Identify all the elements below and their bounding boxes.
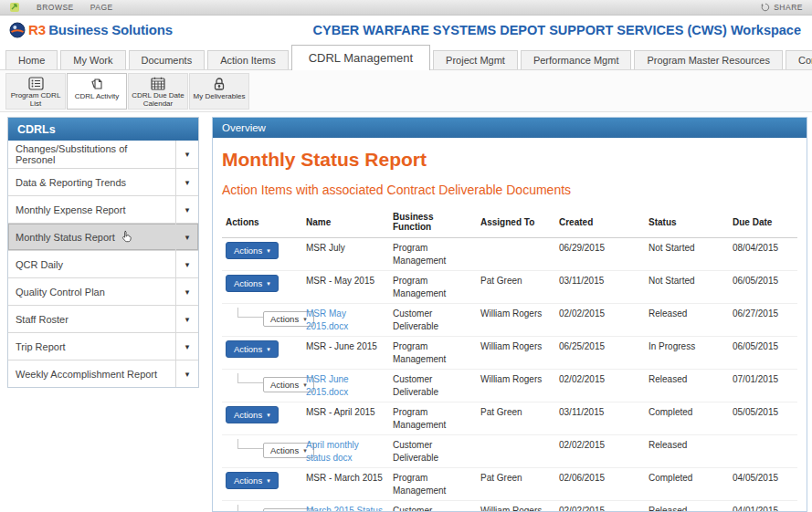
caret-down-icon: ▾ (267, 247, 270, 254)
program-cdrl-list-button[interactable]: Program CDRL List (5, 73, 66, 110)
actions-button-label: Actions (234, 278, 262, 288)
tab-action-items[interactable]: Action Items (207, 50, 289, 69)
sidebar-item-label: QCR Daily (16, 259, 63, 270)
tab-project-mgmt[interactable]: Project Mgmt (433, 50, 518, 69)
action-item-name: MSR - June 2015 (306, 341, 377, 351)
tab-performance-mgmt[interactable]: Performance Mgmt (521, 50, 632, 69)
main-nav: HomeMy WorkDocumentsAction ItemsCDRL Man… (0, 44, 812, 70)
cdrl-activity-button[interactable]: CDRL Activity (67, 73, 127, 110)
cell-due-date: 04/01/2015 (733, 506, 778, 511)
sidebar-item-weekly-accomplishment-report[interactable]: Weekly Accomplishment Report▾ (8, 360, 198, 387)
column-header-due-date[interactable]: Due Date (729, 208, 797, 238)
column-header-name[interactable]: Name (302, 208, 389, 238)
row-actions-button[interactable]: Actions▾ (226, 472, 279, 489)
tree-connector (237, 308, 263, 318)
logo[interactable]: R3 Business Solutions (9, 22, 173, 38)
row-actions-button[interactable]: Actions▾ (226, 275, 279, 292)
tab-configuration[interactable]: Configuration (786, 50, 812, 69)
row-actions-button[interactable]: Actions▾ (226, 340, 279, 358)
dropdown-arrow-icon[interactable]: ▾ (175, 306, 198, 332)
document-link[interactable]: March 2015 Status Report.docx (306, 506, 383, 511)
overview-panel: Overview Monthly Status Report Action It… (212, 117, 807, 512)
dropdown-arrow-icon[interactable]: ▾ (175, 251, 198, 277)
column-header-created[interactable]: Created (555, 208, 645, 238)
sidebar-item-changes-substitutions-of-personel[interactable]: Changes/Substitutions of Personel▾ (8, 141, 198, 168)
cell-created: 03/11/2015 (559, 407, 604, 417)
sidebar-item-monthly-status-report[interactable]: Monthly Status Report▾ (8, 223, 198, 250)
actions-button-label: Actions (234, 344, 262, 354)
cell-assigned-to: Pat Green (480, 276, 522, 286)
sidebar-item-staff-roster[interactable]: Staff Roster▾ (8, 305, 198, 332)
sidebar-item-data-reporting-trends[interactable]: Data & Reporting Trends▾ (8, 168, 198, 195)
cell-business-function: Program Management (393, 276, 446, 298)
page-body: CDRLs Changes/Substitutions of Personel▾… (0, 112, 812, 512)
tab-cdrl-management[interactable]: CDRL Management (291, 45, 430, 70)
dropdown-arrow-icon[interactable]: ▾ (175, 141, 198, 168)
dropdown-arrow-icon[interactable]: ▾ (175, 224, 198, 250)
sidebar-item-quality-control-plan[interactable]: Quality Control Plan▾ (8, 277, 198, 305)
cdrl-table-body: Actions▾MSR JulyProgram Management06/29/… (222, 238, 797, 512)
tree-connector (237, 505, 263, 511)
document-link[interactable]: MSR June 2015.docx (306, 374, 349, 397)
row-actions-button[interactable]: Actions▾ (226, 242, 279, 259)
cell-status: Not Started (649, 276, 695, 286)
page-header: R3 Business Solutions CYBER WARFARE SYST… (0, 16, 812, 44)
caret-down-icon: ▾ (267, 346, 270, 352)
sidebar-item-label: Staff Roster (16, 314, 69, 325)
app-icon[interactable] (9, 2, 20, 13)
actions-button-label: Actions (270, 314, 299, 324)
dropdown-arrow-icon[interactable]: ▾ (175, 278, 198, 305)
table-row: Actions▾April monthly status docxCustome… (222, 435, 797, 468)
cell-created: 02/02/2015 (559, 308, 605, 319)
cdrl-due-date-calendar-button[interactable]: CDRL Due Date Calendar (128, 73, 188, 110)
caret-down-icon: ▾ (267, 477, 270, 484)
dropdown-arrow-icon[interactable]: ▾ (175, 169, 198, 195)
sidebar-title: CDRLs (8, 118, 198, 141)
tab-home[interactable]: Home (5, 50, 58, 69)
cell-due-date: 04/05/2015 (733, 473, 778, 483)
dropdown-arrow-icon[interactable]: ▾ (175, 196, 198, 223)
my-deliverables-button[interactable]: My Deliverables (189, 73, 249, 110)
cell-created: 02/02/2015 (559, 374, 605, 384)
column-header-actions[interactable]: Actions (222, 208, 302, 238)
column-header-assigned-to[interactable]: Assigned To (477, 208, 555, 238)
sidebar-item-label: Data & Reporting Trends (16, 177, 126, 188)
ribbon-tab-page[interactable]: PAGE (90, 3, 113, 12)
cell-assigned-to: William Rogers (480, 341, 542, 351)
document-link[interactable]: April monthly status docx (306, 440, 359, 463)
row-actions-button[interactable]: Actions▾ (226, 406, 279, 423)
lock-icon (212, 77, 227, 92)
tab-program-master-resources[interactable]: Program Master Resources (634, 50, 783, 69)
tab-documents[interactable]: Documents (129, 50, 206, 69)
table-row: Actions▾MSR - April 2015Program Manageme… (222, 402, 797, 435)
actions-button-label: Actions (234, 246, 262, 256)
cell-assigned-to: William Rogers (480, 308, 542, 319)
app-window: BROWSE PAGE SHARE R3 Business Solutions … (0, 0, 812, 512)
action-item-name: MSR - March 2015 (306, 473, 383, 483)
cell-created: 06/25/2015 (559, 341, 605, 351)
dropdown-arrow-icon[interactable]: ▾ (175, 360, 198, 387)
sidebar-item-trip-report[interactable]: Trip Report▾ (8, 332, 198, 360)
table-row: Actions▾MSR - March 2015Program Manageme… (222, 468, 797, 501)
page-subtitle: Action Items with associated Contract De… (222, 183, 797, 197)
document-link[interactable]: MSR May 2015.docx (306, 308, 348, 331)
cell-created: 02/06/2015 (559, 473, 605, 483)
hand-cursor-icon (121, 230, 132, 244)
share-icon (761, 3, 770, 12)
cell-status: Not Started (649, 243, 695, 253)
cell-business-function: Customer Deliverable (393, 440, 438, 463)
sidebar-item-qcr-daily[interactable]: QCR Daily▾ (8, 250, 198, 277)
tree-connector (237, 439, 263, 449)
tool-button-label: CDRL Activity (75, 92, 120, 101)
share-button[interactable]: SHARE (761, 3, 803, 12)
column-header-business-function[interactable]: Business Function (389, 208, 477, 238)
cell-due-date: 06/27/2015 (733, 308, 778, 319)
column-header-status[interactable]: Status (645, 208, 729, 238)
sidebar-item-monthly-expense-report[interactable]: Monthly Expense Report▾ (8, 195, 198, 223)
cell-status: Released (649, 308, 687, 319)
ribbon-tab-browse[interactable]: BROWSE (37, 3, 74, 12)
tab-my-work[interactable]: My Work (60, 50, 125, 69)
list-icon (28, 77, 44, 91)
dropdown-arrow-icon[interactable]: ▾ (175, 333, 198, 360)
cell-created: 02/02/2015 (559, 506, 605, 511)
